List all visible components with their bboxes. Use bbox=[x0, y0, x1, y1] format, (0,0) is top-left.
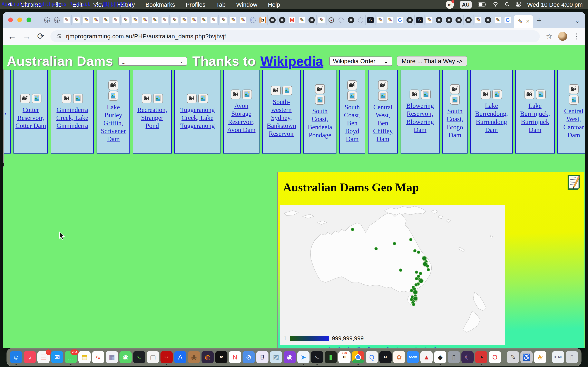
dam-location-dot[interactable] bbox=[417, 251, 420, 254]
dock-icon-gauge-app[interactable]: ◔ bbox=[475, 351, 487, 363]
pinned-tab-pencil-icon[interactable]: ✎ bbox=[385, 15, 395, 25]
video-camera-icon-button[interactable] bbox=[142, 94, 151, 103]
dam-location-dot[interactable] bbox=[415, 277, 418, 280]
active-tab[interactable]: ✎ × bbox=[514, 15, 533, 28]
video-camera-icon-button[interactable] bbox=[315, 84, 325, 94]
pinned-tab-chrome-icon[interactable] bbox=[483, 15, 493, 25]
pinned-tab-pencil-icon[interactable]: ✎ bbox=[121, 15, 130, 25]
pinned-tab-google-icon[interactable]: G bbox=[395, 15, 405, 25]
dam-location-dot[interactable] bbox=[413, 296, 417, 301]
zoom-window-button[interactable] bbox=[26, 17, 31, 22]
minimize-window-button[interactable] bbox=[17, 17, 22, 22]
dam-location-dot[interactable] bbox=[422, 256, 426, 261]
dam-link[interactable]: South-western Sydney, Bankstown Reservoi… bbox=[264, 98, 299, 138]
dam-location-dot[interactable] bbox=[415, 271, 418, 274]
dam-location-dot[interactable] bbox=[393, 242, 396, 245]
dock-icon-markup-app[interactable]: ✎ bbox=[507, 351, 519, 363]
dam-location-dot[interactable] bbox=[375, 247, 378, 250]
pinned-tab-chrome-icon[interactable] bbox=[277, 15, 287, 25]
site-settings-icon[interactable] bbox=[56, 33, 62, 40]
dock-icon-quicktime[interactable]: Q bbox=[366, 351, 378, 363]
profile-avatar[interactable] bbox=[558, 32, 567, 41]
pinned-tab-clock-icon[interactable]: ◷ bbox=[42, 15, 52, 25]
dock-icon-podcasts[interactable]: ◉ bbox=[284, 351, 296, 363]
pinned-tab-target-icon[interactable]: ● bbox=[326, 15, 336, 25]
dam-location-dot[interactable] bbox=[419, 272, 422, 275]
pinned-tab-chrome-icon[interactable] bbox=[268, 15, 277, 25]
dock-icon-accessibility[interactable]: ♿ bbox=[520, 351, 533, 363]
picture-icon-button[interactable] bbox=[242, 90, 252, 99]
dock-icon-photos[interactable]: ❀ bbox=[534, 351, 546, 363]
dam-location-dot[interactable] bbox=[426, 265, 429, 267]
dock-icon-art-app[interactable]: ✿ bbox=[393, 351, 405, 363]
pinned-tab-pencil-icon[interactable]: ✎ bbox=[130, 15, 140, 25]
new-tab-button[interactable]: + bbox=[537, 16, 541, 25]
url-text[interactable]: rjmprogramming.com.au/PHP/australian_dam… bbox=[66, 33, 226, 40]
spotlight-icon[interactable] bbox=[505, 1, 510, 8]
picture-icon-button[interactable] bbox=[32, 94, 42, 103]
back-button[interactable]: ← bbox=[8, 32, 16, 41]
pinned-tab-pencil-icon[interactable]: ✎ bbox=[238, 15, 248, 25]
app-status-icon[interactable]: m bbox=[446, 1, 454, 9]
pinned-tab-pencil-icon[interactable]: ✎ bbox=[228, 15, 238, 25]
dock-icon-facetime[interactable]: ◉ bbox=[120, 351, 132, 363]
pinned-tab-pencil-icon[interactable]: ✎ bbox=[209, 15, 218, 25]
dock-icon-game-app[interactable]: ☾ bbox=[461, 351, 474, 363]
picture-icon-button[interactable] bbox=[421, 90, 431, 99]
dam-location-dot[interactable] bbox=[417, 275, 420, 278]
pinned-tab-pencil-icon[interactable]: ✎ bbox=[62, 15, 71, 25]
picture-icon-button[interactable] bbox=[73, 94, 83, 103]
reload-button[interactable]: ⟳ bbox=[37, 32, 44, 41]
menu-profiles[interactable]: Profiles bbox=[181, 1, 211, 8]
dock-icon-opera[interactable]: O bbox=[489, 351, 501, 363]
dam-link[interactable]: Lake Burrendong, Burrendong Dam bbox=[472, 102, 511, 133]
picture-icon-button[interactable] bbox=[153, 94, 163, 103]
dam-link[interactable]: South Coast, Brogo Dam bbox=[444, 107, 466, 139]
dam-link[interactable]: Central West, Carcoar Dam bbox=[559, 107, 585, 139]
pinned-tab-pencil-icon[interactable]: ✎ bbox=[199, 15, 209, 25]
picture-icon-button[interactable] bbox=[198, 94, 208, 103]
dock-icon-html-file[interactable]: HTML bbox=[552, 351, 564, 363]
dock-icon-trash[interactable]: ▯ bbox=[566, 351, 578, 363]
video-camera-icon-button[interactable] bbox=[20, 94, 30, 103]
dam-location-dot[interactable] bbox=[427, 268, 430, 271]
picture-icon-button[interactable] bbox=[315, 95, 325, 105]
pinned-tab-chrome-icon[interactable] bbox=[434, 15, 444, 25]
pinned-tab-spinner-icon[interactable] bbox=[336, 15, 346, 25]
close-window-button[interactable] bbox=[8, 17, 13, 22]
pinned-tab-sdark-icon[interactable]: S bbox=[415, 15, 424, 25]
pinned-tab-chrome-icon[interactable] bbox=[444, 15, 454, 25]
pinned-tabs[interactable]: ◷◷✎✎✎✎✎✎✎✎✎✎✎✎✎✎✎✎✎✎✎GbM✎✎●S✎✎GS✎✎✎G bbox=[42, 12, 512, 28]
dock-icon-iphone-mirroring[interactable]: ▯ bbox=[448, 351, 460, 363]
dock-icon-mail[interactable]: ✉ bbox=[51, 351, 63, 363]
pinned-tab-pencil-icon[interactable]: ✎ bbox=[218, 15, 228, 25]
browser-menu-icon[interactable]: ⋮ bbox=[573, 32, 580, 41]
dock-icon-calendar[interactable]: 10DEC bbox=[338, 351, 351, 363]
picture-icon-button[interactable] bbox=[347, 91, 357, 101]
pinned-tab-pencil-icon[interactable]: ✎ bbox=[424, 15, 434, 25]
forward-button[interactable]: → bbox=[22, 32, 31, 41]
pinned-tab-borange-icon[interactable]: b bbox=[258, 15, 268, 25]
control-center-icon[interactable] bbox=[516, 1, 521, 8]
video-camera-icon-button[interactable] bbox=[187, 94, 197, 103]
pinned-tab-pencil-icon[interactable]: ✎ bbox=[169, 15, 179, 25]
pinned-tab-chrome-icon[interactable] bbox=[463, 15, 473, 25]
dock-icon-console[interactable]: ▮ bbox=[325, 351, 337, 363]
close-tab-icon[interactable]: × bbox=[526, 18, 530, 25]
dam-link[interactable]: Lake Burley Griffin, Scrivener Dam bbox=[98, 103, 128, 143]
video-camera-icon-button[interactable] bbox=[378, 80, 388, 90]
video-camera-icon-button[interactable] bbox=[231, 90, 241, 99]
dam-link[interactable]: Ginninderra Creek, Lake Ginninderra bbox=[52, 106, 92, 130]
dock-icon-firefox[interactable]: ◍ bbox=[201, 351, 214, 363]
dock-icon-messages[interactable]: …204 bbox=[65, 351, 77, 363]
notepad-pencil-icon[interactable] bbox=[567, 175, 580, 190]
dam-select[interactable]: ... ⌄ bbox=[118, 57, 187, 66]
dam-link[interactable]: Lake Burrinjuck, Burrinjuck Dam bbox=[517, 102, 553, 133]
dock-icon-notes[interactable]: ▤ bbox=[78, 351, 91, 363]
dam-link[interactable]: Tuggeranong Creek, Lake Tuggeranong bbox=[176, 106, 219, 130]
window-controls[interactable] bbox=[8, 17, 31, 22]
pinned-tab-pencil-icon[interactable]: ✎ bbox=[111, 15, 121, 25]
dock-icon-music[interactable]: ♪ bbox=[24, 351, 36, 363]
pinned-tab-pencil-icon[interactable]: ✎ bbox=[150, 15, 160, 25]
dam-location-dot[interactable] bbox=[399, 269, 402, 272]
